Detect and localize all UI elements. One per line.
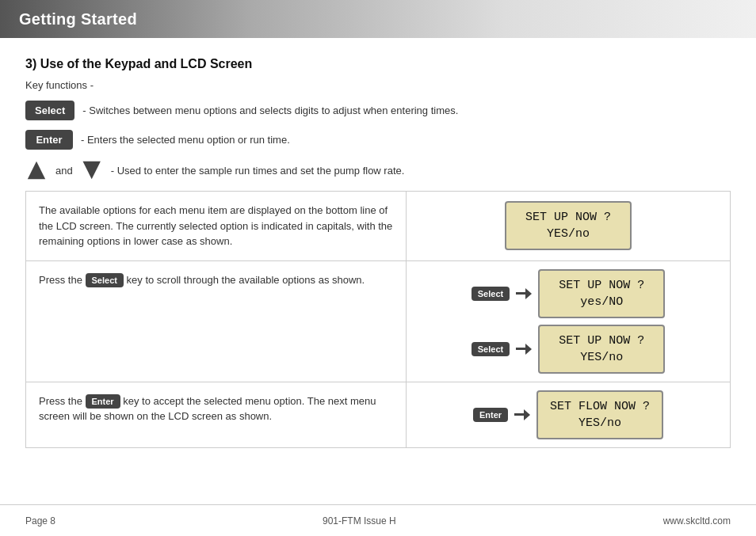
- row2-description: Press the Select key to scroll through t…: [26, 261, 407, 382]
- lcd2-line2: yes/NO: [551, 294, 652, 310]
- table-row-3: Press the Enter key to accept the select…: [26, 382, 730, 447]
- arrow-down-icon: [81, 159, 103, 181]
- lcd-display-4: SET FLOW NOW ? YES/no: [536, 390, 663, 439]
- row3-lcd-pair: Enter SET FLOW NOW ? YES/no: [473, 390, 663, 439]
- key-functions-label: Key functions -: [25, 79, 731, 91]
- lcd-display-2: SET UP NOW ? yes/NO: [538, 269, 665, 318]
- lcd4-line2: YES/no: [549, 415, 651, 431]
- main-content: 3) Use of the Keypad and LCD Screen Key …: [0, 38, 756, 458]
- header-title: Getting Started: [19, 10, 137, 29]
- enter-key-row: Enter - Enters the selected menu option …: [25, 130, 731, 150]
- lcd3-line2: YES/no: [551, 349, 652, 366]
- row3-description: Press the Enter key to accept the select…: [26, 382, 407, 447]
- select-key-desc: - Switches between menu options and sele…: [82, 105, 458, 116]
- select-key-row: Select - Switches between menu options a…: [25, 101, 731, 120]
- lcd1-line2: YES/no: [517, 226, 619, 242]
- row2-lcds: Select SET UP NOW ? yes/NO Select SET UP…: [407, 261, 730, 382]
- row2-text-after: key to scroll through the available opti…: [127, 274, 365, 286]
- arrow-right-icon-2: [516, 344, 532, 355]
- arrow-up-icon: [25, 159, 48, 181]
- row3-lcd: Enter SET FLOW NOW ? YES/no: [407, 382, 730, 447]
- arrow-keys-row: and - Used to enter the sample run times…: [25, 159, 731, 181]
- row3-text-before: Press the: [39, 395, 86, 407]
- table-row-2: Press the Select key to scroll through t…: [26, 261, 730, 382]
- table-row-1: The available options for each menu item…: [26, 192, 730, 261]
- select-small-button[interactable]: Select: [86, 273, 124, 287]
- lcd4-line1: SET FLOW NOW ?: [549, 398, 651, 415]
- select-scroll-button-1[interactable]: Select: [472, 287, 510, 301]
- footer-issue: 901-FTM Issue H: [323, 515, 396, 526]
- enter-key-desc: - Enters the selected menu option or run…: [81, 134, 290, 146]
- page-header: Getting Started: [0, 0, 756, 38]
- section-title: 3) Use of the Keypad and LCD Screen: [25, 57, 731, 71]
- lcd2-line1: SET UP NOW ?: [551, 277, 652, 294]
- footer-page: Page 8: [25, 515, 55, 526]
- row2-lcd-pair-1: Select SET UP NOW ? yes/NO: [472, 269, 665, 318]
- enter-button[interactable]: Enter: [25, 130, 73, 150]
- lcd-display-1: SET UP NOW ? YES/no: [505, 201, 632, 250]
- lcd1-line1: SET UP NOW ?: [517, 209, 619, 226]
- row1-lcd: SET UP NOW ? YES/no: [407, 192, 730, 260]
- and-label: and: [55, 165, 73, 177]
- arrow-right-icon-1: [516, 288, 532, 299]
- arrow-right-icon-3: [514, 409, 530, 420]
- footer-website: www.skcltd.com: [663, 515, 731, 526]
- arrows-key-desc: - Used to enter the sample run times and…: [111, 165, 405, 177]
- select-button[interactable]: Select: [25, 101, 74, 120]
- page-footer: Page 8 901-FTM Issue H www.skcltd.com: [0, 504, 756, 536]
- select-scroll-button-2[interactable]: Select: [472, 342, 510, 356]
- info-table: The available options for each menu item…: [25, 191, 731, 448]
- lcd-display-3: SET UP NOW ? YES/no: [538, 325, 665, 374]
- row1-description: The available options for each menu item…: [26, 192, 407, 260]
- row2-text-before: Press the: [39, 274, 86, 286]
- enter-small-button[interactable]: Enter: [86, 394, 120, 409]
- lcd3-line1: SET UP NOW ?: [551, 333, 652, 349]
- enter-accept-button[interactable]: Enter: [473, 408, 508, 422]
- row2-lcd-pair-2: Select SET UP NOW ? YES/no: [472, 325, 665, 374]
